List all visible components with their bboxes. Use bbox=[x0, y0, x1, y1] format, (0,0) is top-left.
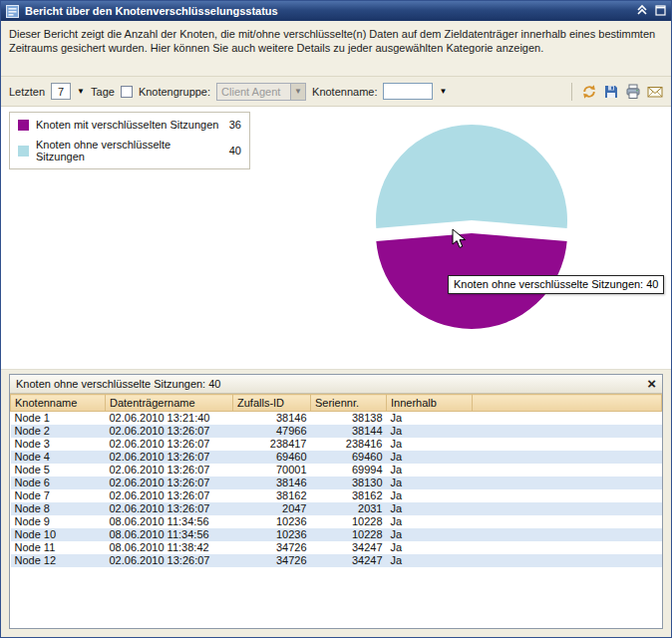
cell: Ja bbox=[387, 477, 473, 489]
column-header[interactable]: Seriennr. bbox=[311, 395, 387, 412]
cell-filler bbox=[473, 477, 662, 489]
cell-filler bbox=[473, 412, 662, 426]
legend-value: 40 bbox=[229, 145, 241, 157]
table-header-row: KnotennameDatenträgernameZufalls-IDSerie… bbox=[11, 395, 662, 412]
report-icon bbox=[6, 5, 19, 18]
cell: 34247 bbox=[311, 541, 387, 554]
table-row[interactable]: Node 1008.06.2010 11:34:561023610228Ja bbox=[11, 528, 662, 541]
column-header[interactable]: Knotenname bbox=[11, 395, 106, 412]
cell-filler bbox=[473, 425, 662, 438]
table-row[interactable]: Node 102.06.2010 13:21:403814638138Ja bbox=[11, 412, 662, 426]
chart-legend: Knoten mit verschlüsselten Sitzungen36Kn… bbox=[9, 112, 250, 169]
cell: Ja bbox=[387, 451, 473, 464]
cell: Node 9 bbox=[11, 515, 106, 528]
report-window: Bericht über den Knotenverschlüsselungss… bbox=[0, 0, 672, 638]
table-row[interactable]: Node 202.06.2010 13:26:074796638144Ja bbox=[11, 425, 662, 438]
cell: Node 10 bbox=[11, 528, 106, 541]
cell: 69994 bbox=[311, 464, 387, 477]
cell: Node 1 bbox=[11, 412, 106, 426]
label-knotenname: Knotenname: bbox=[312, 86, 377, 98]
label-knotengruppe: Knotengruppe: bbox=[139, 86, 210, 98]
column-header-filler bbox=[473, 395, 662, 412]
cell: 69460 bbox=[233, 451, 311, 464]
cell-filler bbox=[473, 528, 662, 541]
cell: 238417 bbox=[233, 438, 311, 451]
cell: Ja bbox=[387, 502, 473, 515]
cell: 10236 bbox=[233, 515, 311, 528]
knotengruppe-chevron-down-icon: ▼ bbox=[290, 83, 306, 101]
cell: 02.06.2010 13:26:07 bbox=[106, 477, 233, 489]
cell: 34726 bbox=[233, 554, 311, 567]
column-header[interactable]: Innerhalb bbox=[387, 395, 473, 412]
label-tage: Tage bbox=[91, 86, 115, 98]
cell: 02.06.2010 13:26:07 bbox=[106, 438, 233, 451]
table-row[interactable]: Node 702.06.2010 13:26:073816238162Ja bbox=[11, 489, 662, 502]
cell-filler bbox=[473, 541, 662, 554]
legend-value: 36 bbox=[229, 119, 241, 131]
knotengruppe-select: Client Agent ▼ bbox=[216, 83, 306, 101]
refresh-icon[interactable] bbox=[581, 84, 597, 100]
label-letzten: Letzten bbox=[9, 86, 45, 98]
table-row[interactable]: Node 502.06.2010 13:26:077000169994Ja bbox=[11, 464, 662, 477]
collapse-icon[interactable] bbox=[636, 2, 648, 20]
column-header[interactable]: Zufalls-ID bbox=[233, 395, 311, 412]
column-header[interactable]: Datenträgername bbox=[106, 395, 233, 412]
table-row[interactable]: Node 1202.06.2010 13:26:073472634247Ja bbox=[11, 554, 662, 567]
cell: 02.06.2010 13:26:07 bbox=[106, 502, 233, 515]
cell: Ja bbox=[387, 412, 473, 426]
close-icon[interactable]: × bbox=[647, 377, 656, 391]
print-icon[interactable] bbox=[625, 84, 641, 100]
cell: 38138 bbox=[311, 412, 387, 426]
cell: Ja bbox=[387, 515, 473, 528]
mouse-cursor bbox=[452, 228, 472, 250]
days-chevron-down-icon[interactable]: ▼ bbox=[77, 88, 85, 96]
cell: 34726 bbox=[233, 541, 311, 554]
detail-panel-header: Knoten ohne verschlüsselte Sitzungen: 40… bbox=[10, 375, 662, 394]
table-row[interactable]: Node 908.06.2010 11:34:561023610228Ja bbox=[11, 515, 662, 528]
cell: 08.06.2010 11:38:42 bbox=[106, 541, 233, 554]
detail-panel-region: Knoten ohne verschlüsselte Sitzungen: 40… bbox=[1, 370, 671, 637]
cell-filler bbox=[473, 438, 662, 451]
table-row[interactable]: Node 802.06.2010 13:26:0720472031Ja bbox=[11, 502, 662, 515]
cell: 47966 bbox=[233, 425, 311, 438]
cell: 38146 bbox=[233, 412, 311, 426]
cell: 69460 bbox=[311, 451, 387, 464]
cell: 70001 bbox=[233, 464, 311, 477]
legend-item[interactable]: Knoten ohne verschlüsselte Sitzungen40 bbox=[18, 139, 241, 162]
cell: Ja bbox=[387, 554, 473, 567]
restore-icon[interactable] bbox=[655, 2, 666, 20]
toolbar: Letzten 7 ▼ Tage Knotengruppe: Client Ag… bbox=[1, 77, 671, 107]
email-icon[interactable] bbox=[647, 84, 663, 100]
knotenname-input[interactable] bbox=[383, 83, 433, 100]
cell-filler bbox=[473, 502, 662, 515]
cell: 10228 bbox=[311, 515, 387, 528]
cell: 02.06.2010 13:26:07 bbox=[106, 464, 233, 477]
knotengruppe-value: Client Agent bbox=[216, 83, 290, 101]
pie-slice-0[interactable] bbox=[376, 125, 567, 228]
pie-chart[interactable] bbox=[366, 115, 577, 344]
cell-filler bbox=[473, 554, 662, 567]
legend-swatch bbox=[18, 146, 29, 157]
cell: Node 4 bbox=[11, 451, 106, 464]
legend-item[interactable]: Knoten mit verschlüsselten Sitzungen36 bbox=[18, 119, 241, 131]
cell: Ja bbox=[387, 528, 473, 541]
days-select[interactable]: 7 bbox=[51, 83, 71, 100]
cell: Node 5 bbox=[11, 464, 106, 477]
table-row[interactable]: Node 1108.06.2010 11:38:423472634247Ja bbox=[11, 541, 662, 554]
save-icon[interactable] bbox=[603, 84, 619, 100]
table-row[interactable]: Node 402.06.2010 13:26:076946069460Ja bbox=[11, 451, 662, 464]
titlebar-buttons bbox=[636, 2, 666, 20]
cell-filler bbox=[473, 515, 662, 528]
knotengruppe-checkbox[interactable] bbox=[121, 86, 133, 98]
cell: 02.06.2010 13:21:40 bbox=[106, 412, 233, 426]
cell: Node 7 bbox=[11, 489, 106, 502]
knotenname-chevron-down-icon[interactable]: ▼ bbox=[439, 88, 447, 96]
table-row[interactable]: Node 602.06.2010 13:26:073814638130Ja bbox=[11, 477, 662, 489]
table-row[interactable]: Node 302.06.2010 13:26:07238417238416Ja bbox=[11, 438, 662, 451]
cell: Node 11 bbox=[11, 541, 106, 554]
cell: Node 12 bbox=[11, 554, 106, 567]
toolbar-separator bbox=[571, 83, 572, 101]
cell: 34247 bbox=[311, 554, 387, 567]
cell: 238416 bbox=[311, 438, 387, 451]
cell: 08.06.2010 11:34:56 bbox=[106, 528, 233, 541]
